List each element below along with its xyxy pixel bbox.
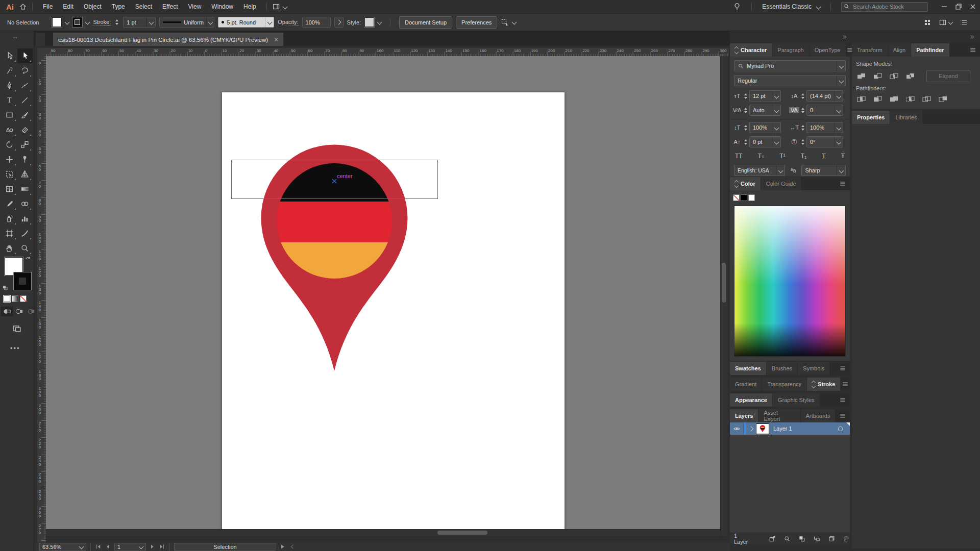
document-viewport[interactable]: center <box>46 56 720 536</box>
fill-swatch[interactable] <box>52 17 62 27</box>
scale-tool[interactable] <box>17 137 33 152</box>
menu-effect[interactable]: Effect <box>157 0 183 14</box>
default-fill-stroke-icon[interactable] <box>2 285 8 291</box>
tab-stroke[interactable]: Stroke <box>807 378 840 391</box>
tab-libraries[interactable]: Libraries <box>890 111 922 124</box>
exclude-button[interactable] <box>904 71 916 81</box>
perspective-grid-tool[interactable] <box>17 167 33 182</box>
crop-button[interactable] <box>904 94 916 104</box>
tracking-field[interactable]: 0 <box>806 105 843 116</box>
chevron-down-icon[interactable] <box>65 20 70 25</box>
opacity-expand-button[interactable] <box>334 17 344 28</box>
tab-asset-export[interactable]: Asset Export <box>758 409 800 422</box>
chevron-down-icon[interactable] <box>282 4 287 9</box>
underline-button[interactable]: T <box>822 153 825 160</box>
stroke-weight-field[interactable]: 1 pt <box>123 17 156 28</box>
close-tab-icon[interactable]: × <box>274 36 278 43</box>
tab-artboards[interactable]: Artboards <box>801 409 836 422</box>
width-profile-field[interactable]: Uniform <box>159 17 214 28</box>
leading-field[interactable]: (14.4 pt) <box>806 90 843 102</box>
layer-name[interactable]: Layer 1 <box>773 425 792 432</box>
play-icon[interactable] <box>279 543 286 550</box>
menu-help[interactable]: Help <box>238 0 261 14</box>
chevron-down-icon[interactable] <box>816 4 821 9</box>
tab-gradient[interactable]: Gradient <box>730 378 762 391</box>
color-mode-button[interactable] <box>4 295 10 302</box>
locate-object-icon[interactable] <box>783 535 791 542</box>
free-transform-tool[interactable] <box>2 167 17 182</box>
workspace-switcher[interactable]: Essentials Classic <box>762 3 812 10</box>
tutorials-bulb-icon[interactable] <box>733 3 741 11</box>
opacity-label[interactable]: Opacity: <box>278 19 298 26</box>
none-mode-button[interactable] <box>20 295 27 302</box>
panel-menu-icon[interactable] <box>841 378 850 391</box>
panel-menu-icon[interactable] <box>836 393 850 407</box>
kerning-field[interactable]: Auto <box>749 105 781 116</box>
stock-search-input[interactable] <box>841 2 928 12</box>
minus-front-button[interactable] <box>871 71 884 81</box>
superscript-button[interactable]: T¹ <box>779 153 785 160</box>
font-size-field[interactable]: 12 pt <box>749 90 781 102</box>
eyedropper-tool[interactable] <box>2 196 17 211</box>
tab-color-guide[interactable]: Color Guide <box>761 177 801 190</box>
puppet-warp-tool[interactable] <box>17 152 33 167</box>
minimize-button[interactable] <box>937 0 951 14</box>
black-swatch[interactable] <box>741 194 747 201</box>
chevron-down-icon[interactable] <box>85 20 90 25</box>
preferences-button[interactable]: Preferences <box>456 16 497 29</box>
small-caps-button[interactable]: Tt <box>758 153 764 160</box>
menu-type[interactable]: Type <box>107 0 130 14</box>
minus-back-button[interactable] <box>937 94 949 104</box>
screen-mode-icon[interactable] <box>11 323 23 334</box>
tab-swatches[interactable]: Swatches <box>730 362 766 375</box>
swap-fill-stroke-icon[interactable] <box>24 256 32 263</box>
gradient-tool[interactable] <box>17 182 33 196</box>
collapse-dock-icon[interactable] <box>841 34 848 40</box>
tab-symbols[interactable]: Symbols <box>798 362 829 375</box>
panel-menu-icon[interactable] <box>966 43 980 57</box>
gradient-mode-button[interactable] <box>12 295 18 302</box>
leading-stepper[interactable] <box>800 93 805 99</box>
next-artboard-icon[interactable] <box>149 543 156 550</box>
panel-menu-icon[interactable] <box>836 362 850 375</box>
font-family-field[interactable]: Myriad Pro <box>734 60 846 71</box>
font-size-stepper[interactable] <box>743 93 748 99</box>
menu-view[interactable]: View <box>183 0 207 14</box>
language-field[interactable]: English: USA <box>734 165 785 176</box>
eraser-tool[interactable] <box>17 122 33 137</box>
tab-pathfinder[interactable]: Pathfinder <box>911 43 949 57</box>
tab-opentype[interactable]: OpenType <box>810 43 846 57</box>
curvature-tool[interactable] <box>17 78 33 93</box>
dots-grid-icon[interactable] <box>923 18 932 27</box>
menu-window[interactable]: Window <box>206 0 238 14</box>
target-circle-icon[interactable] <box>837 425 844 432</box>
none-swatch[interactable] <box>733 194 740 201</box>
outline-button[interactable] <box>920 94 933 104</box>
type-tool[interactable]: T <box>2 93 17 108</box>
divide-button[interactable] <box>855 94 867 104</box>
artboard-tool[interactable] <box>2 226 17 241</box>
tab-brushes[interactable]: Brushes <box>767 362 797 375</box>
document-setup-button[interactable]: Document Setup <box>399 16 452 29</box>
panel-menu-icon[interactable] <box>836 177 850 190</box>
tab-transparency[interactable]: Transparency <box>762 378 806 391</box>
layer-row[interactable]: Layer 1 <box>730 422 850 435</box>
document-tab[interactable]: csis18-00013 Deutschland Flag in Pin Cir… <box>53 33 283 46</box>
tab-align[interactable]: Align <box>888 43 911 57</box>
tracking-stepper[interactable] <box>800 108 805 113</box>
zoom-level-field[interactable]: 63.56% <box>39 543 86 550</box>
tab-transform[interactable]: Transform <box>852 43 888 57</box>
arrange-documents-icon[interactable] <box>272 3 280 11</box>
width-tool[interactable] <box>2 152 17 167</box>
menu-object[interactable]: Object <box>79 0 107 14</box>
rotation-field[interactable]: 0° <box>806 136 843 147</box>
strikethrough-button[interactable]: Ŧ <box>841 153 845 160</box>
stroke-swatch[interactable] <box>72 17 82 27</box>
artwork[interactable]: center <box>46 56 720 536</box>
last-artboard-icon[interactable] <box>159 543 165 550</box>
vertical-scale-field[interactable]: 100% <box>749 122 781 133</box>
all-caps-button[interactable]: TT <box>735 153 743 160</box>
zoom-tool[interactable] <box>17 241 33 256</box>
hand-tool[interactable] <box>2 241 17 256</box>
tab-appearance[interactable]: Appearance <box>730 393 772 407</box>
